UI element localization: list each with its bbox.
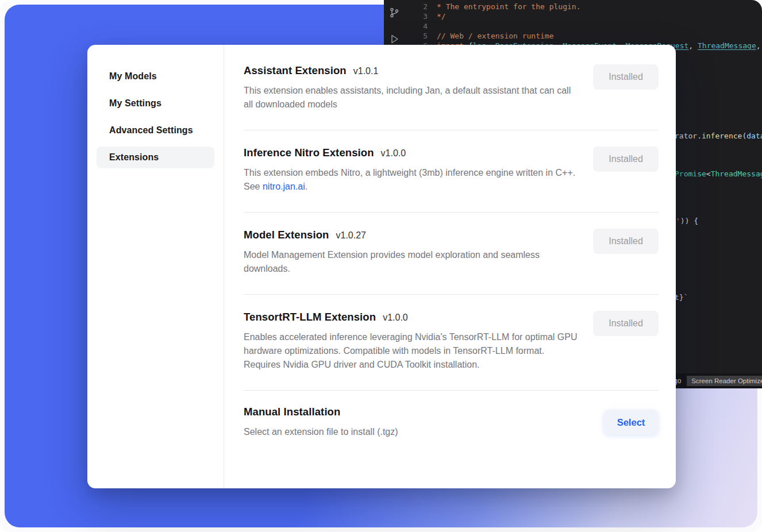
code-comment: * The entrypoint for the plugin.	[437, 2, 580, 11]
manual-installation-title: Manual Installation	[244, 406, 340, 418]
sidebar-item-advanced-settings[interactable]: Advanced Settings	[97, 119, 214, 141]
extension-row-tensorrt: TensortRT-LLM Extension v1.0.0 Enables a…	[244, 295, 659, 391]
line-number: 2	[405, 2, 428, 11]
code-fragment: rator.inference(data));	[675, 132, 762, 140]
select-file-button[interactable]: Select	[603, 410, 659, 435]
extension-description: This extension embeds Nitro, a lightweig…	[244, 166, 580, 194]
extension-title: Model Extension	[244, 229, 329, 241]
screen: 2 * The entrypoint for the plugin. 3 */ …	[0, 0, 762, 532]
line-number: 3	[405, 12, 428, 21]
code-identifier: ThreadMessage	[698, 41, 756, 50]
sidebar-item-my-models[interactable]: My Models	[97, 65, 214, 87]
code-area: 2 * The entrypoint for the plugin. 3 */ …	[405, 2, 762, 51]
extension-title: TensortRT-LLM Extension	[244, 311, 376, 323]
code-punct: ,	[688, 41, 698, 50]
nitro-jan-ai-link[interactable]: nitro.jan.ai	[263, 182, 305, 191]
extension-description: Model Management Extension provides mode…	[244, 248, 580, 276]
code-fragment: Promise<ThreadMessage>	[675, 169, 762, 178]
code-line: 4	[405, 21, 762, 31]
line-number: 4	[405, 22, 428, 30]
code-line: 2 * The entrypoint for the plugin.	[405, 2, 762, 11]
extension-version: v1.0.0	[381, 148, 406, 159]
settings-modal: My Models My Settings Advanced Settings …	[87, 45, 676, 488]
manual-installation-row: Manual Installation Select an extension …	[244, 391, 659, 454]
extension-version: v1.0.27	[336, 230, 366, 241]
extension-title: Inference Nitro Extension	[244, 147, 374, 159]
extensions-panel: Assistant Extension v1.0.1 This extensio…	[224, 45, 676, 488]
extension-version: v1.0.1	[353, 66, 379, 76]
code-comment: // Web / extension runtime	[437, 32, 554, 40]
code-punct: ,	[756, 41, 762, 50]
extension-description: This extension enables assistants, inclu…	[244, 84, 580, 111]
extension-description: Enables accelerated inference leveraging…	[244, 330, 580, 372]
manual-installation-description: Select an extension file to install (.tg…	[244, 425, 398, 439]
installed-button-nitro[interactable]: Installed	[593, 147, 659, 172]
run-debug-icon[interactable]	[388, 33, 400, 45]
sidebar-item-my-settings[interactable]: My Settings	[97, 92, 214, 114]
sidebar-item-extensions[interactable]: Extensions	[97, 147, 214, 168]
extension-title: Assistant Extension	[244, 64, 347, 77]
installed-button-tensorrt[interactable]: Installed	[593, 311, 659, 336]
screen-reader-badge[interactable]: Screen Reader Optimized	[687, 376, 762, 386]
code-comment: */	[437, 12, 446, 21]
extension-version: v1.0.0	[383, 313, 408, 323]
code-fragment: t}`	[675, 293, 688, 302]
installed-button-model[interactable]: Installed	[593, 229, 659, 254]
code-line: 3 */	[405, 11, 762, 21]
line-number: 5	[405, 32, 428, 40]
extension-row-nitro: Inference Nitro Extension v1.0.0 This ex…	[244, 130, 659, 213]
extension-row-assistant: Assistant Extension v1.0.1 This extensio…	[244, 48, 659, 130]
code-line: 5 // Web / extension runtime	[405, 31, 762, 41]
extension-row-model: Model Extension v1.0.27 Model Management…	[244, 213, 659, 295]
code-fragment: ')) {	[676, 217, 698, 225]
installed-button-assistant[interactable]: Installed	[593, 64, 659, 90]
source-control-icon[interactable]	[388, 7, 400, 18]
settings-sidebar: My Models My Settings Advanced Settings …	[87, 45, 224, 488]
